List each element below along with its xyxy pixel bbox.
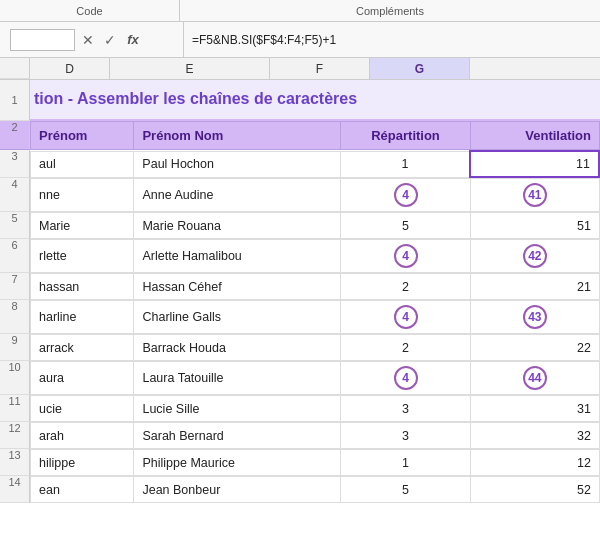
cell-ventilation[interactable]: 12 xyxy=(470,450,599,476)
cell-ventilation[interactable]: 31 xyxy=(470,396,599,422)
cell-repartition[interactable]: 4 xyxy=(341,240,470,273)
row-num-8: 8 xyxy=(0,300,30,334)
cell-prenomnom[interactable]: Sarah Bernard xyxy=(134,423,341,449)
data-rows-container: 3aulPaul Hochon1114nneAnne Audine4415Mar… xyxy=(0,150,600,503)
cell-prenomnom[interactable]: Paul Hochon xyxy=(134,151,341,177)
formula-content: =F5&NB.SI($F$4:F4;F5)+1 xyxy=(192,33,588,47)
cell-repartition[interactable]: 1 xyxy=(341,151,470,177)
cell-prenom[interactable]: ean xyxy=(31,477,134,503)
row-num-11: 11 xyxy=(0,395,30,422)
ribbon-complements-label: Compléments xyxy=(180,0,600,21)
cell-prenomnom[interactable]: Charline Galls xyxy=(134,301,341,334)
cell-prenom[interactable]: ucie xyxy=(31,396,134,422)
cell-prenom[interactable]: arrack xyxy=(31,335,134,361)
cell-prenomnom[interactable]: Arlette Hamalibou xyxy=(134,240,341,273)
cell-prenomnom[interactable]: Anne Audine xyxy=(134,179,341,212)
cell-prenom[interactable]: aul xyxy=(31,151,134,177)
cell-prenom[interactable]: harline xyxy=(31,301,134,334)
col-header-f[interactable]: F xyxy=(270,58,370,79)
table-row: 5MarieMarie Rouana551 xyxy=(0,212,600,239)
cell-ventilation[interactable]: 41 xyxy=(470,179,599,212)
table-row: 3aulPaul Hochon111 xyxy=(0,150,600,178)
section-title: tion - Assembler les chaînes de caractèr… xyxy=(30,80,600,121)
row-num-7: 7 xyxy=(0,273,30,300)
row-num-4: 4 xyxy=(0,178,30,212)
row-num-13: 13 xyxy=(0,449,30,476)
cell-prenomnom[interactable]: Philippe Maurice xyxy=(134,450,341,476)
table-row: 12arahSarah Bernard332 xyxy=(0,422,600,449)
cell-ventilation[interactable]: 42 xyxy=(470,240,599,273)
cell-repartition[interactable]: 5 xyxy=(341,213,470,239)
cell-prenomnom[interactable]: Lucie Sille xyxy=(134,396,341,422)
cell-prenomnom[interactable]: Laura Tatouille xyxy=(134,362,341,395)
col-header-d[interactable]: D xyxy=(30,58,110,79)
row-num-6: 6 xyxy=(0,239,30,273)
table-row: 13hilippePhilippe Maurice112 xyxy=(0,449,600,476)
cell-prenomnom[interactable]: Marie Rouana xyxy=(134,213,341,239)
row-num-spacer xyxy=(0,58,30,79)
table-row: 8harlineCharline Galls443 xyxy=(0,300,600,334)
cell-ventilation[interactable]: 32 xyxy=(470,423,599,449)
formula-bar: ✕ ✓ fx =F5&NB.SI($F$4:F4;F5)+1 xyxy=(0,22,600,58)
name-box[interactable] xyxy=(10,29,75,51)
cell-repartition[interactable]: 4 xyxy=(341,301,470,334)
column-headers: D E F G xyxy=(0,58,600,80)
fx-icon: fx xyxy=(123,32,143,47)
table-row: 4nneAnne Audine441 xyxy=(0,178,600,212)
cell-ventilation[interactable]: 11 xyxy=(470,151,599,177)
th-prenom: Prénom xyxy=(31,122,134,150)
confirm-button[interactable]: ✓ xyxy=(101,32,119,48)
cell-repartition[interactable]: 3 xyxy=(341,396,470,422)
cancel-button[interactable]: ✕ xyxy=(79,32,97,48)
cell-repartition[interactable]: 4 xyxy=(341,362,470,395)
cell-prenom[interactable]: Marie xyxy=(31,213,134,239)
cell-prenom[interactable]: nne xyxy=(31,179,134,212)
row-num-title: 1 xyxy=(0,80,30,121)
ribbon-code-label: Code xyxy=(0,0,180,21)
table-row: 10auraLaura Tatouille444 xyxy=(0,361,600,395)
cell-prenom[interactable]: hassan xyxy=(31,274,134,300)
col-header-e[interactable]: E xyxy=(110,58,270,79)
cell-ventilation[interactable]: 44 xyxy=(470,362,599,395)
data-table: Prénom Prénom Nom Répartition Ventilatio… xyxy=(30,121,600,150)
cell-prenomnom[interactable]: Jean Bonbeur xyxy=(134,477,341,503)
row-num-10: 10 xyxy=(0,361,30,395)
cell-prenomnom[interactable]: Barrack Houda xyxy=(134,335,341,361)
cell-ventilation[interactable]: 21 xyxy=(470,274,599,300)
row-num-3: 3 xyxy=(0,150,30,178)
cell-repartition[interactable]: 2 xyxy=(341,274,470,300)
cell-repartition[interactable]: 4 xyxy=(341,179,470,212)
cell-prenomnom[interactable]: Hassan Céhef xyxy=(134,274,341,300)
col-header-g[interactable]: G xyxy=(370,58,470,79)
row-num-12: 12 xyxy=(0,422,30,449)
cell-prenom[interactable]: arah xyxy=(31,423,134,449)
cell-ventilation[interactable]: 52 xyxy=(470,477,599,503)
cell-repartition[interactable]: 2 xyxy=(341,335,470,361)
table-row: 7hassanHassan Céhef221 xyxy=(0,273,600,300)
row-num-5: 5 xyxy=(0,212,30,239)
cell-prenom[interactable]: rlette xyxy=(31,240,134,273)
cell-prenom[interactable]: aura xyxy=(31,362,134,395)
th-repartition: Répartition xyxy=(341,122,470,150)
cell-ventilation[interactable]: 22 xyxy=(470,335,599,361)
cell-prenom[interactable]: hilippe xyxy=(31,450,134,476)
cell-repartition[interactable]: 3 xyxy=(341,423,470,449)
row-num-9: 9 xyxy=(0,334,30,361)
cell-ventilation[interactable]: 51 xyxy=(470,213,599,239)
th-prenomnom: Prénom Nom xyxy=(134,122,341,150)
table-row: 6rletteArlette Hamalibou442 xyxy=(0,239,600,273)
cell-ventilation[interactable]: 43 xyxy=(470,301,599,334)
cell-repartition[interactable]: 1 xyxy=(341,450,470,476)
cell-repartition[interactable]: 5 xyxy=(341,477,470,503)
th-ventilation: Ventilation xyxy=(470,122,599,150)
table-row: 14eanJean Bonbeur552 xyxy=(0,476,600,503)
table-row: 9arrackBarrack Houda222 xyxy=(0,334,600,361)
table-row: 11ucieLucie Sille331 xyxy=(0,395,600,422)
header-row-num: 2 xyxy=(0,121,30,150)
row-num-14: 14 xyxy=(0,476,30,503)
